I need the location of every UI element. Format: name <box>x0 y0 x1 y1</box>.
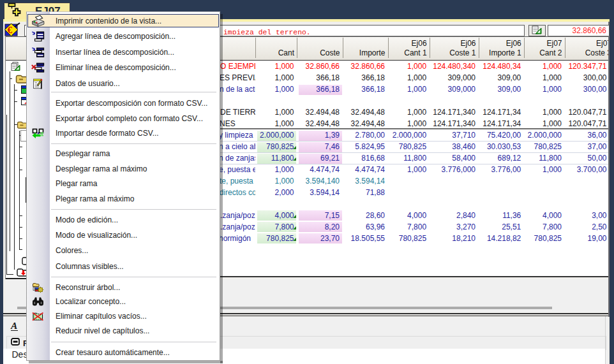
svg-text:€: € <box>8 25 13 35</box>
